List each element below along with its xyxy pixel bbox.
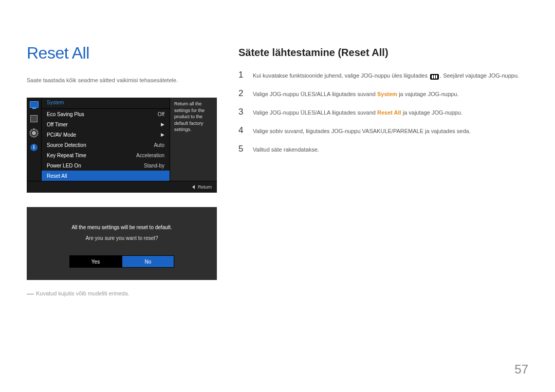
- step-text: Valige sobiv suvand, liigutades JOG-nupp…: [253, 127, 471, 136]
- dialog-message-1: All the menu settings will be reset to d…: [71, 225, 172, 230]
- osd-confirm-dialog: All the menu settings will be reset to d…: [27, 207, 217, 280]
- osd-item-resetall: Reset All: [42, 171, 170, 181]
- osd-item-keyrepeat: Key Repeat Time Acceleration: [42, 150, 170, 160]
- dash-icon: ―: [27, 289, 34, 297]
- footnote-text: Kuvatud kujutis võib mudeliti erineda.: [36, 290, 130, 296]
- step-5: 5 Valitud säte rakendatakse.: [238, 144, 528, 154]
- osd-item-value: Auto: [154, 142, 164, 148]
- page: Reset All Saate taastada kõik seadme sät…: [0, 0, 555, 392]
- step-4: 4 Valige sobiv suvand, liigutades JOG-nu…: [238, 125, 528, 136]
- keyword-system: System: [377, 91, 397, 97]
- step-text: Valige JOG-nuppu ÜLES/ALLA liigutades su…: [253, 108, 462, 117]
- step-number: 2: [238, 88, 246, 99]
- osd-item-eco: Eco Saving Plus Off: [42, 109, 170, 119]
- step-text: Valige JOG-nuppu ÜLES/ALLA liigutades su…: [253, 90, 458, 99]
- osd-item-offtimer: Off Timer ▶: [42, 119, 170, 129]
- osd-sidebar: i: [27, 98, 42, 181]
- dialog-message-2: Are you sure you want to reset?: [85, 235, 158, 241]
- osd-item-value: Off: [158, 111, 164, 117]
- picture-icon: [29, 115, 39, 122]
- osd-item-label: Key Repeat Time: [47, 153, 86, 158]
- osd-tooltip: Return all the settings for the product …: [170, 98, 217, 181]
- chevron-right-icon: ▶: [161, 132, 164, 137]
- steps-list: 1 Kui kuvatakse funktsioonide juhend, va…: [238, 70, 528, 154]
- osd-item-label: Source Detection: [47, 142, 86, 148]
- intro-text: Saate taastada kõik seadme sätted vaikim…: [27, 77, 222, 83]
- monitor-icon: [29, 101, 39, 108]
- osd-item-label: PC/AV Mode: [47, 132, 76, 138]
- step-number: 5: [238, 144, 246, 154]
- step-number: 3: [238, 107, 246, 117]
- osd-return-label: Return: [198, 184, 212, 190]
- osd-footer: Return: [27, 181, 217, 193]
- gear-icon: [29, 129, 39, 137]
- step-1: 1 Kui kuvatakse funktsioonide juhend, va…: [238, 70, 528, 80]
- osd-item-source: Source Detection Auto: [42, 140, 170, 150]
- osd-menu-list: System Eco Saving Plus Off Off Timer ▶ P…: [42, 98, 170, 181]
- osd-item-value: Stand-by: [144, 163, 164, 169]
- chevron-right-icon: ▶: [161, 122, 164, 127]
- osd-item-label: Power LED On: [47, 163, 81, 169]
- triangle-left-icon: [192, 185, 195, 189]
- page-number: 57: [514, 362, 528, 377]
- footnote: ―Kuvatud kujutis võib mudeliti erineda.: [27, 289, 222, 297]
- osd-item-pcav: PC/AV Mode ▶: [42, 129, 170, 140]
- osd-item-label: Off Timer: [47, 122, 68, 127]
- jog-menu-icon: [430, 74, 439, 80]
- keyword-resetall: Reset All: [377, 109, 401, 116]
- right-column: Sätete lähtestamine (Reset All) 1 Kui ku…: [238, 44, 528, 297]
- step-text: Valitud säte rakendatakse.: [253, 145, 319, 154]
- osd-item-label: Reset All: [47, 173, 67, 179]
- osd-menu-heading: System: [42, 98, 170, 109]
- step-number: 1: [238, 70, 246, 80]
- step-text: Kui kuvatakse funktsioonide juhend, vali…: [253, 71, 519, 80]
- info-icon: i: [29, 144, 39, 151]
- page-title: Reset All: [27, 44, 222, 63]
- step-number: 4: [238, 125, 246, 136]
- osd-item-value: Acceleration: [136, 153, 164, 158]
- section-subtitle: Sätete lähtestamine (Reset All): [238, 47, 528, 59]
- dialog-no-button: No: [122, 255, 174, 268]
- step-3: 3 Valige JOG-nuppu ÜLES/ALLA liigutades …: [238, 107, 528, 117]
- dialog-yes-button: Yes: [69, 255, 122, 268]
- osd-item-powerled: Power LED On Stand-by: [42, 160, 170, 171]
- step-2: 2 Valige JOG-nuppu ÜLES/ALLA liigutades …: [238, 88, 528, 99]
- left-column: Reset All Saate taastada kõik seadme sät…: [27, 44, 222, 297]
- osd-menu-screenshot: i System Eco Saving Plus Off Off Timer ▶: [27, 98, 217, 193]
- osd-item-label: Eco Saving Plus: [47, 111, 84, 117]
